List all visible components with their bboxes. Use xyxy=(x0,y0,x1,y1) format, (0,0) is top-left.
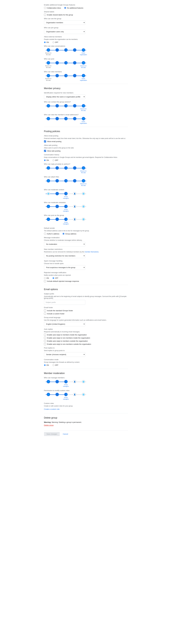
new-member-restrictions-select[interactable]: No posting restriction for new members xyxy=(44,254,85,258)
slider-item-3[interactable]: 👥 xyxy=(62,74,70,81)
slider-item-2[interactable]: 👤 xyxy=(53,380,62,387)
permission-custom-roles-slider[interactable]: 🌐 👤 👥 Groupmanagers 👤 xyxy=(44,393,88,400)
slider-dot-3[interactable]: 👥 xyxy=(64,104,68,108)
slider-item-1[interactable]: 🌐 xyxy=(44,192,53,199)
post-replies-to-select[interactable]: Sender (chooses recipient) xyxy=(44,352,85,357)
slider-item-1[interactable]: 🌐 xyxy=(44,380,53,387)
slider-item-3[interactable]: 👥 xyxy=(62,117,70,124)
slider-dot-2[interactable]: 👤 xyxy=(56,380,59,383)
slider-item-4[interactable]: 👤 xyxy=(70,61,79,68)
slider-dot-1[interactable]: 🌐 xyxy=(47,104,50,108)
create-custom-role-link[interactable]: Create a custom role xyxy=(44,408,60,410)
slider-dot-2[interactable]: 👤 xyxy=(56,179,59,182)
collaborative-inbox-radio[interactable] xyxy=(44,7,46,9)
slider-dot-5[interactable]: 🌐 xyxy=(82,205,85,208)
rejected-on-radio[interactable] xyxy=(44,277,46,279)
conversation-history-off[interactable]: OFF xyxy=(53,159,58,161)
allow-external-on[interactable]: ON xyxy=(44,41,49,43)
slider-item-3[interactable]: 👥 xyxy=(62,104,70,111)
slider-dot-3[interactable]: 👥 xyxy=(64,61,68,64)
slider-dot-5[interactable]: 🌐 xyxy=(82,218,85,221)
slider-dot-4[interactable]: 👤 xyxy=(73,166,76,170)
slider-item-4[interactable]: 👤 xyxy=(70,205,79,212)
slider-dot-1[interactable]: 🌐 xyxy=(47,117,50,120)
slider-item-1[interactable]: 🌐 xyxy=(44,104,53,111)
slider-item-2[interactable]: 👤 xyxy=(53,61,62,68)
slider-dot-2[interactable]: 👤 xyxy=(56,48,59,52)
no-additional-features-option[interactable]: No additional features xyxy=(64,7,83,9)
slider-item-1[interactable]: 🌐 xyxy=(44,166,53,174)
shared-labels-checkbox[interactable] xyxy=(44,14,46,16)
slider-dot-4[interactable]: 👤 xyxy=(73,393,76,396)
conversation-mode-off-radio[interactable] xyxy=(53,364,54,366)
slider-item-3[interactable]: 👥 Groupmanagers xyxy=(62,205,70,212)
slider-dot-1[interactable]: 🌐 xyxy=(47,48,50,52)
slider-dot-5[interactable]: 🌐 xyxy=(82,48,85,52)
allow-web-posting-checkbox[interactable] xyxy=(44,150,46,152)
slider-dot-3[interactable]: 👥 xyxy=(64,179,68,182)
slider-item-4[interactable]: 👤 xyxy=(70,117,79,124)
who-can-post-as-group-slider[interactable]: 🌐 👤 👥 Groupmanagers 👤 xyxy=(44,218,88,225)
slider-item-4[interactable]: 👤 xyxy=(70,218,79,225)
auto-reply-non-members-outside-checkbox[interactable] xyxy=(44,343,46,345)
slider-dot-2[interactable]: 👤 xyxy=(56,218,59,221)
slider-dot-5[interactable]: 🌐 xyxy=(82,74,85,77)
message-moderation-select[interactable]: No moderation xyxy=(44,242,85,246)
slider-item-5[interactable]: 🌐 xyxy=(79,192,88,199)
slider-dot-2[interactable]: 👤 xyxy=(56,166,59,170)
conversation-history-on-radio[interactable] xyxy=(44,160,46,161)
slider-item-2[interactable]: 👤 xyxy=(53,166,62,174)
slider-item-1[interactable]: 🌐 xyxy=(44,179,53,186)
slider-dot-5[interactable]: 🌐 xyxy=(82,166,85,170)
spam-handling-select[interactable]: Post suspicious messages to the group xyxy=(44,265,85,270)
group-address-radio[interactable] xyxy=(63,233,65,235)
slider-dot-2[interactable]: 👤 xyxy=(56,205,59,208)
who-can-attach-slider[interactable]: 🌐 👤 👥 👤 xyxy=(44,179,88,186)
slider-item-3[interactable]: 👥 Groupmanagers xyxy=(62,192,70,199)
auto-reply-members-outside-checkbox[interactable] xyxy=(44,340,46,342)
slider-item-5[interactable]: 🌐 Entireorganisation xyxy=(79,117,88,124)
slider-item-2[interactable]: 👤 xyxy=(53,117,62,124)
slider-item-4[interactable]: 👤 xyxy=(70,74,79,81)
who-can-reply-slider[interactable]: 🌐 👤 👥 👤 xyxy=(44,166,88,174)
slider-dot-1[interactable]: 🌐 xyxy=(47,218,50,221)
collaborative-inbox-option[interactable]: Collaborative inbox xyxy=(44,7,61,9)
slider-dot-4[interactable]: 👤 xyxy=(73,380,76,383)
slider-item-5[interactable]: 🌐 Anyone onthe web xyxy=(79,104,88,111)
slider-item-2[interactable]: 👤 xyxy=(53,74,62,81)
who-can-see-select[interactable]: Organisation members xyxy=(44,20,85,25)
authors-address-radio[interactable] xyxy=(44,233,46,235)
slider-dot-4[interactable]: 👤 xyxy=(73,48,76,52)
slider-item-5[interactable]: 🌐 xyxy=(79,205,88,212)
slider-item-1[interactable]: 🌐 xyxy=(44,205,53,212)
slider-dot-3[interactable]: 👥 xyxy=(64,393,68,396)
who-can-view-conversations-slider[interactable]: 🌐 Anyone on the web 👤 👥 👤 🌐 En xyxy=(44,48,88,56)
slider-dot-4[interactable]: 👤 xyxy=(73,192,76,195)
slider-dot-4[interactable]: 👤 xyxy=(73,218,76,221)
slider-dot-1[interactable]: 🌐 xyxy=(47,166,50,170)
auto-reply-members-inside-checkbox[interactable] xyxy=(44,334,46,336)
who-can-view-members-slider[interactable]: 🌐 Anyone on the web 👤 👥 👤 🌐 En xyxy=(44,74,88,81)
allow-web-posting-checkbox-row[interactable]: Allow web posting xyxy=(44,150,128,152)
slider-dot-5[interactable]: 🌐 xyxy=(82,104,85,108)
group-email-language-select[interactable]: English (United Kingdom) xyxy=(44,322,85,326)
slider-dot-2[interactable]: 👤 xyxy=(56,117,59,120)
rejected-on[interactable]: ON xyxy=(44,277,49,279)
who-can-view-email-slider[interactable]: 🌐 👤 👥 👤 xyxy=(44,117,88,124)
slider-item-3[interactable]: 👥 xyxy=(62,179,70,186)
slider-item-5[interactable]: 🌐 xyxy=(79,393,88,400)
slider-item-3[interactable]: 👥 xyxy=(62,166,70,174)
standard-footer-row[interactable]: Include the standard Groups footer xyxy=(44,310,128,312)
who-can-moderate-content-slider[interactable]: 🌐 👤 👥 Groupmanagers 👤 xyxy=(44,192,88,199)
slider-dot-4[interactable]: 👤 xyxy=(73,205,76,208)
conversation-history-on[interactable]: ON xyxy=(44,159,49,161)
slider-dot-5[interactable]: 🌐 xyxy=(82,117,85,120)
slider-dot-3[interactable]: 👥 xyxy=(64,205,68,208)
slider-dot-2[interactable]: 👤 xyxy=(56,74,59,77)
slider-dot-5[interactable]: 🌐 xyxy=(82,61,85,64)
slider-dot-1[interactable]: 🌐 xyxy=(47,179,50,182)
slider-dot-4[interactable]: 👤 xyxy=(73,74,76,77)
standard-footer-checkbox[interactable] xyxy=(44,310,46,312)
slider-item-5[interactable]: 🌐 Anyone onthe web xyxy=(79,179,88,186)
slider-item-3[interactable]: 👥 xyxy=(62,61,70,68)
